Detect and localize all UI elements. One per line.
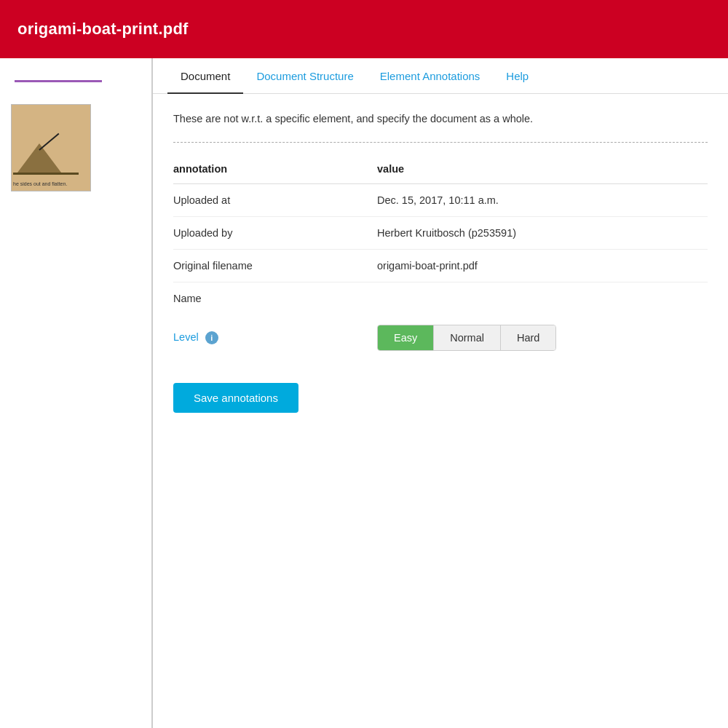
document-title: origami-boat-print.pdf (17, 20, 189, 39)
table-row: Uploaded atDec. 15, 2017, 10:11 a.m. (173, 183, 708, 216)
main-content: Document Document Structure Element Anno… (153, 58, 728, 728)
level-hard-button[interactable]: Hard (501, 325, 555, 350)
main-layout: he sides out and flatten. Document Docum… (0, 58, 728, 728)
content-body: These are not w.r.t. a specific element,… (153, 94, 728, 728)
level-normal-button[interactable]: Normal (434, 325, 501, 350)
tab-bar: Document Document Structure Element Anno… (153, 58, 728, 94)
tab-element-annotations[interactable]: Element Annotations (367, 58, 494, 94)
annotations-table: annotation value Uploaded atDec. 15, 201… (173, 157, 708, 314)
sidebar: he sides out and flatten. (0, 58, 153, 728)
annotation-cell: Original filename (173, 249, 377, 282)
level-button-group: Easy Normal Hard (377, 325, 556, 351)
app-header: origami-boat-print.pdf (0, 0, 728, 58)
value-cell (377, 282, 708, 314)
save-annotations-button[interactable]: Save annotations (173, 383, 298, 413)
description-text: These are not w.r.t. a specific element,… (173, 111, 708, 127)
value-cell: Herbert Kruitbosch (p253591) (377, 216, 708, 249)
thumbnail-inner: he sides out and flatten. (12, 105, 90, 191)
pdf-thumbnail: he sides out and flatten. (11, 104, 91, 191)
col-header-annotation: annotation (173, 157, 377, 184)
col-header-value: value (377, 157, 708, 184)
divider (173, 142, 708, 143)
value-cell: Dec. 15, 2017, 10:11 a.m. (377, 183, 708, 216)
sidebar-accent-line (15, 80, 102, 82)
info-icon[interactable]: i (205, 331, 218, 344)
annotation-cell: Name (173, 282, 377, 314)
thumbnail-horizontal-line (13, 173, 79, 175)
level-label: Level (173, 331, 199, 343)
tab-document-structure[interactable]: Document Structure (243, 58, 366, 94)
value-cell: origami-boat-print.pdf (377, 249, 708, 282)
table-row: Name (173, 282, 708, 314)
level-table: Level i Easy Normal Hard (173, 314, 708, 361)
level-row: Level i Easy Normal Hard (173, 314, 708, 361)
annotation-cell: Uploaded at (173, 183, 377, 216)
tab-help[interactable]: Help (493, 58, 542, 94)
annotation-cell: Uploaded by (173, 216, 377, 249)
thumbnail-caption: he sides out and flatten. (13, 181, 67, 187)
table-row: Uploaded byHerbert Kruitbosch (p253591) (173, 216, 708, 249)
table-row: Original filenameorigami-boat-print.pdf (173, 249, 708, 282)
tab-document[interactable]: Document (167, 58, 243, 94)
level-easy-button[interactable]: Easy (378, 325, 434, 350)
